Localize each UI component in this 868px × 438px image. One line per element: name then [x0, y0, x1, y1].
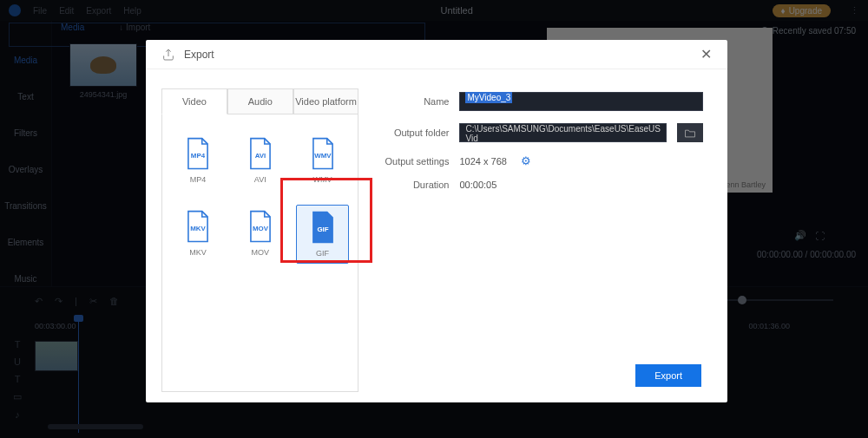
tab-video[interactable]: Video	[161, 88, 227, 114]
tab-video-platform[interactable]: Video platform	[293, 88, 359, 114]
browse-button[interactable]	[677, 123, 703, 142]
duration-value: 00:00:05	[459, 180, 496, 190]
settings-value: 1024 x 768	[459, 156, 506, 167]
svg-text:MP4: MP4	[191, 152, 206, 160]
export-dialog: Export ✕ Video Audio Video platform MP4 …	[146, 40, 727, 402]
folder-icon	[684, 128, 696, 138]
svg-text:WMV: WMV	[314, 152, 332, 160]
format-mkv[interactable]: MKV MKV	[171, 205, 225, 264]
folder-input[interactable]: C:\Users\SAMSUNG\Documents\EaseUS\EaseUS…	[459, 123, 667, 142]
export-button[interactable]: Export	[635, 364, 701, 387]
dialog-title: Export	[184, 49, 214, 61]
format-mov[interactable]: MOV MOV	[233, 205, 287, 264]
svg-text:GIF: GIF	[317, 226, 328, 233]
format-label: MKV	[189, 248, 207, 257]
svg-text:MOV: MOV	[253, 225, 269, 232]
file-icon: MP4	[184, 137, 212, 170]
format-tabs: Video Audio Video platform	[161, 88, 358, 114]
svg-text:AVI: AVI	[254, 152, 266, 160]
format-label: MOV	[251, 248, 269, 257]
svg-text:MKV: MKV	[190, 225, 206, 232]
format-label: GIF	[316, 249, 329, 258]
close-button[interactable]: ✕	[700, 46, 712, 62]
format-label: AVI	[254, 175, 266, 184]
file-icon: WMV	[309, 137, 337, 170]
duration-label: Duration	[379, 180, 449, 190]
name-input[interactable]: MyVideo_3	[459, 92, 703, 111]
file-icon: MKV	[184, 210, 212, 243]
format-mp4[interactable]: MP4 MP4	[171, 132, 225, 189]
settings-label: Output settings	[379, 156, 449, 167]
name-label: Name	[379, 96, 449, 107]
file-icon: AVI	[247, 137, 274, 170]
format-avi[interactable]: AVI AVI	[233, 132, 287, 189]
file-icon: GIF	[309, 211, 337, 244]
tab-audio[interactable]: Audio	[227, 88, 293, 114]
settings-gear-icon[interactable]: ⚙	[521, 154, 531, 167]
export-icon	[161, 48, 175, 62]
file-icon: MOV	[247, 210, 274, 243]
folder-label: Output folder	[379, 127, 449, 138]
format-wmv[interactable]: WMV WMV	[296, 132, 350, 189]
format-gif[interactable]: GIF GIF	[296, 205, 350, 264]
format-label: MP4	[190, 175, 207, 184]
format-label: WMV	[313, 175, 332, 184]
